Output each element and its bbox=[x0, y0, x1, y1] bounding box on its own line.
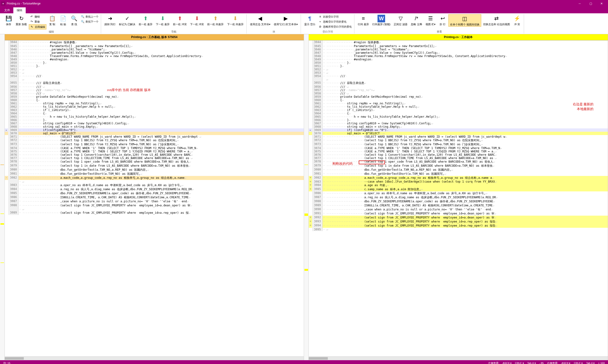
code-line[interactable]: 3066·············}↵ bbox=[309, 118, 608, 122]
code-line[interactable]: 3091·······················(select·sign·… bbox=[309, 212, 608, 216]
code-line[interactable]: 3052·↵ bbox=[5, 68, 304, 71]
conflict-button[interactable]: ⚡冲 突 bbox=[512, 14, 522, 26]
ignore-all-ws-button[interactable]: ⊘忽略所有空白字符的变化 bbox=[317, 24, 353, 29]
status-left-encoding[interactable]: ASCII ▾ bbox=[502, 362, 513, 364]
code-line[interactable]: 3051·········}↵ bbox=[309, 65, 608, 68]
code-line[interactable]: ·↵ bbox=[5, 208, 304, 211]
code-line[interactable]: 3059·········private·DataTable·GetMainRe… bbox=[309, 95, 608, 98]
code-line[interactable]: 3064·············{↵ bbox=[5, 112, 304, 115]
code-line[interactable]: 3060·········{↵ bbox=[309, 98, 608, 102]
ignore-ws-change-button[interactable]: ≈忽略空白字符的变化 bbox=[317, 19, 353, 24]
use-theirs-button[interactable]: ▶使用'它们 的'文本块▾ bbox=[272, 14, 299, 26]
code-line[interactable]: 3085·······················dbo.FUN_ZY_SE… bbox=[5, 191, 304, 195]
paste-button[interactable]: 📄粘 贴 bbox=[58, 14, 68, 26]
code-line[interactable]: 3075·······················(CASE·a.TYPE·… bbox=[309, 150, 608, 153]
code-line[interactable]: 3051·········}↵ bbox=[5, 65, 304, 68]
code-line[interactable]: 3050·············}↵ bbox=[309, 61, 608, 65]
left-hscroll[interactable] bbox=[5, 356, 304, 360]
code-line[interactable]: 3087·······················a.reg_no·as·病… bbox=[309, 195, 608, 199]
code-line[interactable]: 3088·······················(select·sign·… bbox=[5, 204, 304, 208]
status-left-tab[interactable]: Tab 4 ▾ bbox=[526, 362, 537, 364]
code-line[interactable]: -3082·······················a.mach_code,… bbox=[5, 176, 304, 180]
show-ws-button[interactable]: ¶显示 空白 bbox=[303, 14, 317, 26]
locator-bar-right[interactable] bbox=[304, 34, 309, 360]
code-line[interactable]: 3057·········///··name="rep_no">↵ bbox=[309, 89, 608, 92]
code-line[interactable]: 3095·↵ bbox=[309, 228, 608, 231]
status-right-eol[interactable]: CRLF ▾ bbox=[573, 362, 584, 364]
prev-diff-button[interactable]: ⬆前一处 差异 bbox=[137, 14, 154, 26]
tab-file[interactable]: 文件 bbox=[1, 7, 13, 13]
code-line[interactable]: +3082·······················a.mach_code,… bbox=[309, 176, 608, 180]
use-left-button[interactable]: ◀使用左边 文件块▾ bbox=[249, 14, 272, 26]
code-line[interactable]: 3086·······················a.oper_no·as·… bbox=[309, 191, 608, 195]
mark-resolved-button[interactable]: ✓标记为 已解决 bbox=[118, 14, 137, 26]
minimize-button[interactable]: ─ bbox=[574, 0, 585, 7]
code-line[interactable]: 3089·······················(select·sign·… bbox=[5, 211, 304, 215]
code-line[interactable]: 3079·······················(select·top·1… bbox=[5, 164, 304, 168]
code-line[interactable]: 3056·········///·↵ bbox=[309, 85, 608, 89]
code-line[interactable]: 3087·······················,case·when·a.… bbox=[5, 199, 304, 204]
ignore-comment-button[interactable]: /*忽略 注释 bbox=[409, 14, 423, 26]
prev-inline-button[interactable]: ⬆前一处 间差异 bbox=[206, 14, 225, 26]
enable-edit-button[interactable]: ✎启用编辑 bbox=[29, 24, 46, 29]
locator-bar-left[interactable] bbox=[0, 34, 5, 360]
code-line[interactable]: 3078·······················(select·top·1… bbox=[309, 160, 608, 164]
view-bar-button[interactable]: ☰视图 栏▾ bbox=[424, 14, 437, 26]
code-line[interactable]: 3062·············ts_lis_historyTable_hel… bbox=[5, 105, 304, 108]
code-line[interactable]: 3049·················#endregion↵ bbox=[5, 58, 304, 61]
switch-view-button[interactable]: ◫在单个和两个 视图间切换 bbox=[448, 14, 481, 27]
code-line[interactable]: +3093·······················(select·sign… bbox=[309, 220, 608, 224]
next-inline-button[interactable]: ⬇下一处 间差异 bbox=[226, 14, 245, 26]
code-line[interactable]: 3084·······················a.reg_no·as·病… bbox=[5, 187, 304, 191]
code-line[interactable]: 3079·······················(select·top·1… bbox=[309, 164, 608, 168]
status-right-tab[interactable]: Tab 4 ▾ bbox=[585, 362, 596, 364]
right-code-area[interactable]: 3044·················#region·报表参数↵3045··… bbox=[309, 40, 608, 356]
code-line[interactable]: 3089·······················ISNULL(a.CREA… bbox=[309, 204, 608, 208]
code-line[interactable]: 3063·············if·(_isHistory)↵ bbox=[309, 108, 608, 112]
code-line[interactable]: 3061·············string·repNo·=·rep_no.T… bbox=[309, 102, 608, 105]
code-line[interactable]: 3074·······················(CASE·a.TYPE·… bbox=[5, 146, 304, 150]
code-line[interactable]: 3048·················TrasenFrame.Forms.F… bbox=[309, 54, 608, 58]
code-line[interactable]: ▸3069·············if|·(config4810·==·"0"… bbox=[309, 128, 608, 132]
status-right-encoding[interactable]: ASCII ▾ bbox=[561, 362, 572, 364]
code-line[interactable]: 3055·········///·获取主表信息↵ bbox=[309, 81, 608, 85]
code-line[interactable]: +3092·······················(select·sign… bbox=[309, 216, 608, 220]
code-line[interactable]: 3060·········{↵ bbox=[5, 98, 304, 102]
copy-button[interactable]: 📋复 制 bbox=[47, 14, 57, 26]
code-line[interactable]: 3070·············sql_main·=·@"SELECT··↵ bbox=[309, 132, 608, 135]
code-line[interactable]: 3047·················_parameters[0].Valu… bbox=[309, 51, 608, 54]
redo-button[interactable]: ↷重做 bbox=[29, 19, 46, 24]
code-line[interactable]: 3048·················TrasenFrame.Forms.F… bbox=[5, 54, 304, 58]
code-line[interactable]: 3067·············string·config4810·=·(ne… bbox=[5, 122, 304, 125]
code-line[interactable]: 3074·······················(CASE·a.TYPE·… bbox=[309, 146, 608, 150]
code-line[interactable]: 3045·················ParameterEx[]·_para… bbox=[309, 44, 608, 48]
code-line[interactable]: 3071·······················(SELECT·WARD_… bbox=[309, 135, 608, 138]
code-line[interactable]: 3075·······················(CASE·a.TYPE·… bbox=[5, 150, 304, 153]
code-line[interactable]: 3047·················_parameters[0].Valu… bbox=[5, 51, 304, 54]
next-diff-button[interactable]: ⬇下一处 差异 bbox=[154, 14, 171, 26]
code-line[interactable]: 3071·······················(SELECT·WARD_… bbox=[5, 135, 304, 138]
inline-smart-button[interactable]: W行间差异 (智能) bbox=[371, 14, 392, 26]
code-line[interactable]: 3064·············{↵ bbox=[309, 112, 608, 115]
find-prev-button[interactable]: 🔍查找上一个 bbox=[80, 14, 99, 19]
right-hscroll[interactable] bbox=[309, 356, 608, 360]
code-line[interactable]: +3084·······················a.age·as·年龄,… bbox=[309, 183, 608, 187]
code-line[interactable]: 3054·········///·↵ bbox=[5, 74, 304, 81]
code-line[interactable]: 3068·············string·sql_main·=·strin… bbox=[5, 125, 304, 128]
code-line[interactable]: 3057·········///··name="rep_no">↵ bbox=[5, 89, 304, 92]
code-line[interactable]: 3067·············string·config4810·=·(ne… bbox=[309, 122, 608, 125]
next-conflict-button[interactable]: ⬇下一处 冲突 bbox=[189, 14, 205, 26]
code-line[interactable]: 3058·········///·↵ bbox=[309, 92, 608, 95]
find-button[interactable]: 🔍查 找 bbox=[69, 14, 79, 26]
code-line[interactable]: 3072·······················(select·top·1… bbox=[5, 138, 304, 143]
code-line[interactable]: 3077·······················(select·top·1… bbox=[5, 156, 304, 160]
code-line[interactable]: 3050·············}↵ bbox=[5, 61, 304, 65]
save-button[interactable]: 💾保存 bbox=[3, 14, 14, 26]
code-line[interactable]: 3059·········private·DataTable·GetMainRe… bbox=[5, 95, 304, 98]
status-left-eol[interactable]: CRLF ▾ bbox=[514, 362, 525, 364]
code-line[interactable]: 3046·················_parameters[0].Text… bbox=[309, 48, 608, 51]
undo-button[interactable]: ↶撤销 bbox=[29, 14, 46, 19]
code-line[interactable]: 3062·············ts_lis_historyTable_hel… bbox=[309, 105, 608, 108]
code-line[interactable]: 3065·················h·=·new·ts_lis_hist… bbox=[309, 115, 608, 118]
code-line[interactable]: +3085·······················c.samp_name·… bbox=[309, 187, 608, 191]
